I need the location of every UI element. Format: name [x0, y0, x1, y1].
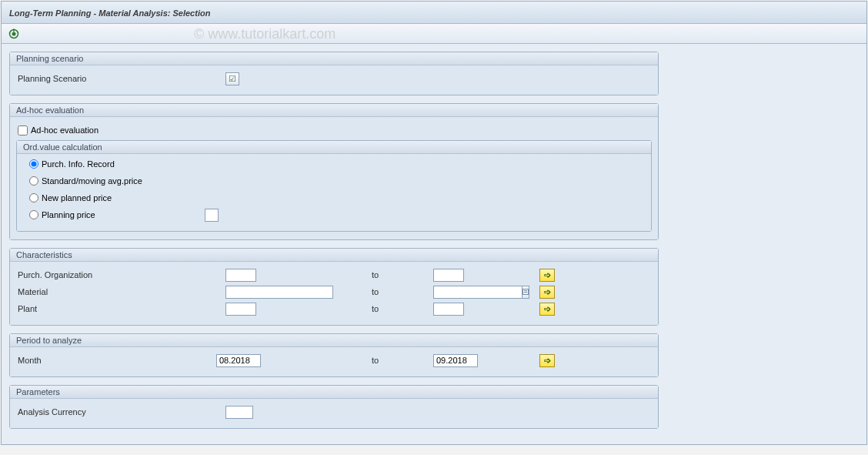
group-planning-scenario: Planning scenario Planning Scenario ☑: [9, 52, 659, 95]
svg-rect-4: [524, 290, 527, 291]
arrow-icon: ➩: [544, 304, 551, 314]
material-multiselect-button[interactable]: ➩: [539, 286, 555, 299]
planning-scenario-label: Planning Scenario: [16, 74, 162, 83]
radio-label-1: Standard/moving avg.price: [42, 176, 142, 186]
planning-price-input[interactable]: [205, 209, 219, 222]
group-title-characteristics: Characteristics: [10, 249, 658, 262]
svg-rect-5: [524, 292, 527, 293]
to-label-1: to: [372, 287, 433, 296]
group-characteristics: Characteristics Purch. Organization to ➩…: [9, 248, 659, 326]
planning-scenario-valuehelp-button[interactable]: ☑: [225, 72, 239, 85]
svg-rect-2: [13, 28, 15, 32]
month-from-input[interactable]: [216, 354, 261, 367]
radio-purch-info-record[interactable]: [29, 159, 38, 169]
plant-to-input[interactable]: [433, 303, 464, 316]
group-title-adhoc: Ad-hoc evaluation: [10, 104, 658, 117]
plant-multiselect-button[interactable]: ➩: [539, 303, 555, 316]
group-title-planning-scenario: Planning scenario: [10, 52, 658, 65]
svg-point-1: [12, 32, 16, 35]
to-label-0: to: [372, 270, 433, 279]
execute-button[interactable]: [6, 26, 22, 42]
plant-label: Plant: [16, 304, 162, 313]
purch-org-multiselect-button[interactable]: ➩: [539, 269, 555, 282]
execute-icon: [8, 28, 19, 39]
to-label-period: to: [372, 356, 433, 365]
subgroup-ord-value-calc: Ord.value calculation Purch. Info. Recor…: [16, 140, 652, 232]
material-label: Material: [16, 287, 162, 296]
radio-planning-price[interactable]: [29, 210, 38, 219]
subgroup-title-ord-value: Ord.value calculation: [17, 141, 651, 154]
month-multiselect-button[interactable]: ➩: [539, 354, 555, 367]
purch-org-from-input[interactable]: [225, 269, 256, 282]
radio-new-planned-price[interactable]: [29, 193, 38, 202]
group-parameters: Parameters Analysis Currency: [9, 385, 659, 429]
dropdown-icon: [522, 289, 529, 295]
toolbar: [2, 24, 866, 44]
radio-label-3: Planning price: [42, 210, 142, 219]
analysis-currency-label: Analysis Currency: [16, 407, 162, 417]
main-window: Long-Term Planning - Material Analysis: …: [1, 1, 867, 445]
radio-label-2: New planned price: [42, 193, 112, 202]
group-title-period: Period to analyze: [10, 334, 658, 347]
arrow-icon: ➩: [544, 270, 551, 280]
month-label: Month: [16, 356, 162, 365]
material-from-input[interactable]: [225, 286, 333, 299]
valuehelp-icon: ☑: [229, 74, 236, 84]
content-area: Planning scenario Planning Scenario ☑ Ad…: [2, 44, 866, 444]
group-title-parameters: Parameters: [10, 386, 658, 399]
radio-label-0: Purch. Info. Record: [42, 159, 115, 169]
group-adhoc-evaluation: Ad-hoc evaluation Ad-hoc evaluation Ord.…: [9, 103, 659, 240]
arrow-icon: ➩: [544, 356, 551, 366]
material-to-input[interactable]: [433, 286, 522, 299]
purch-org-to-input[interactable]: [433, 269, 464, 282]
window-title: Long-Term Planning - Material Analysis: …: [9, 8, 210, 18]
to-label-2: to: [372, 304, 433, 313]
adhoc-checkbox-label: Ad-hoc evaluation: [31, 125, 98, 135]
arrow-icon: ➩: [544, 287, 551, 297]
plant-from-input[interactable]: [225, 303, 256, 316]
adhoc-checkbox[interactable]: [18, 125, 28, 135]
radio-standard-moving-avg[interactable]: [29, 176, 38, 186]
analysis-currency-input[interactable]: [225, 406, 253, 419]
month-to-input[interactable]: [433, 354, 478, 367]
purch-org-label: Purch. Organization: [16, 270, 162, 279]
group-period: Period to analyze Month to ➩: [9, 333, 659, 377]
material-valuehelp-button[interactable]: [522, 286, 529, 299]
window-titlebar: Long-Term Planning - Material Analysis: …: [2, 2, 866, 24]
